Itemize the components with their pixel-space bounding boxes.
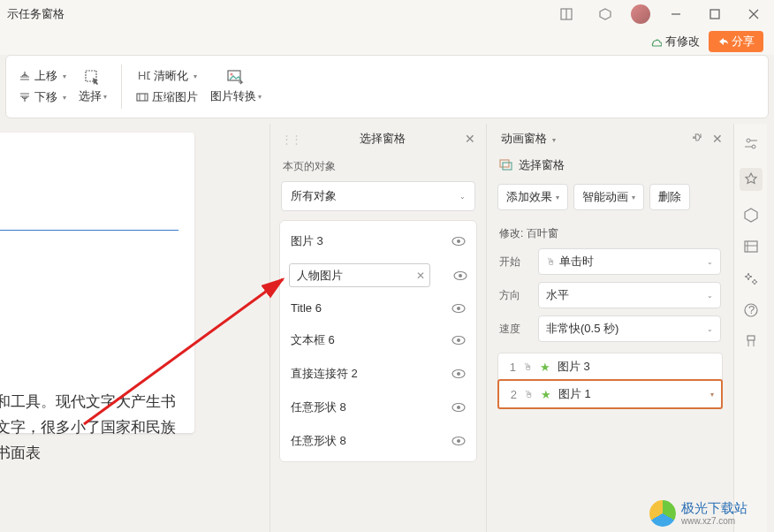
animation-pane: 动画窗格 ▾ ✕ 选择窗格 添加效果▾ 智能动画▾ 删除 修改: 百叶窗 开始 … — [486, 124, 733, 532]
eye-icon[interactable] — [452, 436, 466, 446]
list-item-editing[interactable]: ✕ — [280, 258, 476, 293]
watermark: 极光下载站 www.xz7.com — [649, 500, 747, 527]
avatar[interactable] — [631, 4, 650, 24]
eye-icon[interactable] — [452, 335, 466, 346]
svg-text:HD: HD — [138, 70, 150, 82]
package-icon[interactable] — [743, 207, 759, 223]
list-item[interactable]: Title 6 — [280, 293, 476, 323]
move-up-button[interactable]: 上移▾ — [13, 66, 72, 86]
compress-button[interactable]: 压缩图片 — [131, 87, 203, 107]
object-filter-dropdown[interactable]: 所有对象 ⌄ — [281, 181, 475, 211]
object-list: 图片 3 ✕ Title 6 文本框 6 — [279, 220, 477, 462]
svg-rect-9 — [137, 94, 148, 101]
eye-icon[interactable] — [452, 402, 466, 413]
mouse-icon: 🖱 — [546, 256, 556, 267]
template-icon[interactable] — [743, 239, 759, 255]
delete-button[interactable]: 删除 — [649, 184, 690, 210]
convert-icon — [226, 69, 246, 87]
ribbon: 上移▾ 下移▾ 选择▾ HD 清晰化▾ 压缩图片 图片转换▾ — [5, 55, 769, 118]
svg-point-29 — [747, 139, 750, 142]
animation-row-selected[interactable]: 2 🖱 ★ 图片 1 ▾ — [497, 379, 723, 409]
chevron-down-icon: ⌄ — [707, 292, 713, 300]
chevron-down-icon: ⌄ — [707, 258, 713, 266]
maximize-button[interactable] — [702, 1, 728, 27]
animation-row[interactable]: 1 🖱 ★ 图片 3 — [498, 353, 722, 380]
svg-point-26 — [457, 439, 460, 443]
watermark-logo — [649, 500, 676, 527]
share-bar: 有修改 分享 — [0, 28, 774, 55]
clarity-icon: HD — [138, 70, 150, 82]
svg-point-24 — [457, 406, 460, 409]
selection-pane-title: 选择窗格 — [300, 131, 465, 147]
start-select[interactable]: 🖱 单击时⌄ — [538, 248, 721, 275]
rename-input[interactable] — [289, 263, 430, 287]
convert-image-button[interactable]: 图片转换▾ — [205, 67, 267, 106]
list-item[interactable]: 直接连接符 2 — [280, 357, 476, 391]
list-item[interactable]: 图片 3 — [280, 224, 476, 258]
svg-marker-33 — [745, 209, 757, 222]
settings-icon[interactable] — [743, 136, 759, 152]
direction-select[interactable]: 水平⌄ — [538, 282, 721, 308]
share-button[interactable]: 分享 — [709, 31, 763, 52]
list-item[interactable]: 任意形状 8 — [280, 424, 476, 458]
svg-point-18 — [457, 307, 460, 310]
pin-icon[interactable] — [691, 132, 703, 146]
list-item[interactable]: 文本框 6 — [280, 323, 476, 357]
selection-pane: ⋮⋮ 选择窗格 ✕ 本页的对象 所有对象 ⌄ 图片 3 ✕ — [269, 124, 486, 532]
clear-icon[interactable]: ✕ — [416, 270, 425, 282]
list-item[interactable]: 任意形状 8 — [280, 391, 476, 424]
star-icon: ★ — [540, 361, 550, 374]
eye-icon[interactable] — [453, 270, 467, 281]
modify-label: 修改: 百叶窗 — [487, 219, 733, 245]
slide-canvas[interactable]: 式和工具。现代文字大产生书面文字，很多小了国家和民族的书面表 — [0, 124, 269, 532]
star-tool-icon[interactable] — [740, 168, 763, 191]
close-button[interactable] — [740, 1, 767, 27]
add-effect-button[interactable]: 添加效果▾ — [497, 184, 568, 210]
svg-point-22 — [457, 372, 460, 376]
chevron-down-icon[interactable]: ▾ — [710, 391, 714, 399]
task-pane-title: 示任务窗格 — [7, 6, 64, 22]
selection-pane-subtitle: 本页的对象 — [270, 154, 486, 179]
selection-pane-link[interactable]: 选择窗格 — [487, 154, 733, 180]
svg-rect-27 — [500, 160, 509, 167]
mouse-icon: 🖱 — [524, 389, 534, 399]
panel-icon[interactable] — [553, 1, 580, 27]
move-down-icon — [19, 91, 31, 103]
start-label: 开始 — [499, 255, 531, 270]
grip-icon[interactable]: ⋮⋮ — [281, 133, 300, 146]
has-changes-indicator[interactable]: 有修改 — [649, 34, 700, 49]
svg-text:?: ? — [748, 303, 755, 316]
svg-rect-4 — [710, 10, 719, 19]
move-down-button[interactable]: 下移▾ — [13, 87, 72, 107]
mouse-icon: 🖱 — [523, 361, 533, 372]
speed-select[interactable]: 非常快(0.5 秒)⌄ — [538, 315, 721, 342]
cloud-icon — [649, 35, 662, 48]
sparkle-icon[interactable] — [743, 270, 759, 286]
direction-label: 方向 — [499, 288, 531, 303]
speed-label: 速度 — [499, 322, 531, 337]
animation-pane-title: 动画窗格 ▾ — [497, 131, 691, 147]
eye-icon[interactable] — [452, 236, 466, 247]
svg-point-20 — [457, 338, 460, 342]
cube-icon[interactable] — [592, 1, 618, 27]
smart-animation-button[interactable]: 智能动画▾ — [573, 184, 644, 210]
svg-point-16 — [459, 274, 462, 277]
titlebar: 示任务窗格 — [0, 0, 774, 28]
svg-rect-28 — [503, 163, 512, 170]
selection-pane-icon — [499, 159, 513, 171]
svg-point-11 — [231, 73, 233, 76]
eye-icon[interactable] — [452, 303, 466, 314]
animation-list: 1 🖱 ★ 图片 3 2 🖱 ★ 图片 1 ▾ — [497, 353, 723, 409]
select-button[interactable]: 选择▾ — [73, 67, 112, 106]
close-icon[interactable]: ✕ — [712, 132, 723, 146]
tools-icon[interactable] — [743, 334, 759, 350]
slide-text: 式和工具。现代文字大产生书面文字，很多小了国家和民族的书面表 — [0, 390, 178, 467]
clarity-button[interactable]: HD 清晰化▾ — [131, 66, 203, 86]
star-icon: ★ — [541, 388, 551, 401]
minimize-button[interactable] — [663, 1, 689, 27]
svg-point-14 — [457, 239, 460, 243]
help-icon[interactable]: ? — [743, 302, 759, 318]
close-icon[interactable]: ✕ — [465, 132, 475, 146]
chevron-down-icon: ⌄ — [707, 325, 713, 333]
eye-icon[interactable] — [452, 369, 466, 379]
